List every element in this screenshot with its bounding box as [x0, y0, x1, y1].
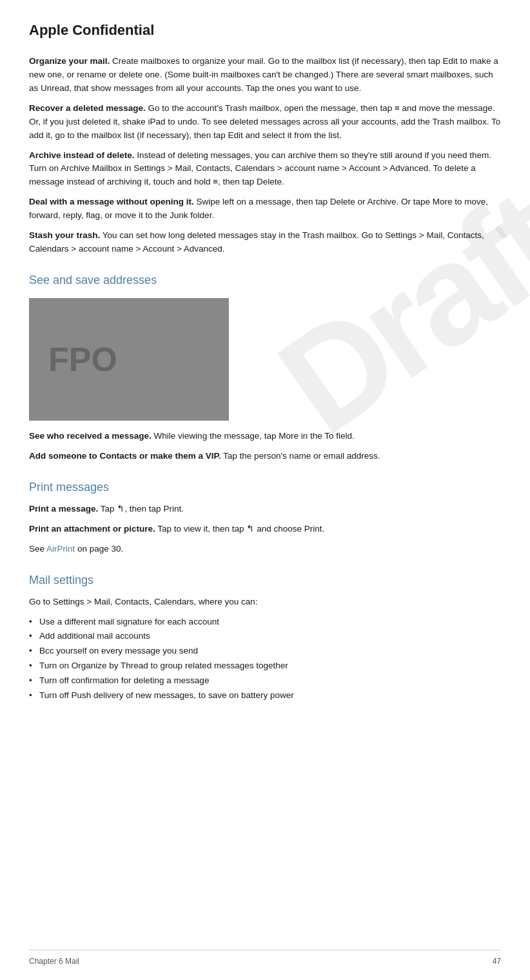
deal-with-message-paragraph: Deal with a message without opening it. … [29, 195, 501, 223]
add-someone-text: Tap the person's name or email address. [221, 451, 380, 461]
add-someone-paragraph: Add someone to Contacts or make them a V… [29, 450, 501, 463]
mail-settings-heading: Mail settings [29, 572, 501, 589]
stash-trash-paragraph: Stash your trash. You can set how long d… [29, 229, 501, 256]
fpo-label: FPO [48, 334, 117, 385]
add-someone-bold: Add someone to Contacts or make them a V… [29, 451, 221, 461]
archive-instead-paragraph: Archive instead of delete. Instead of de… [29, 149, 501, 190]
see-and-save-heading: See and save addresses [29, 272, 501, 289]
list-item: Add additional mail accounts [29, 630, 501, 643]
airprint-suffix: on page 30. [75, 544, 123, 554]
see-who-bold: See who received a message. [29, 431, 152, 441]
list-item: Turn off Push delivery of new messages, … [29, 689, 501, 703]
print-messages-heading: Print messages [29, 479, 501, 496]
list-item: Turn off confirmation for deleting a mes… [29, 674, 501, 688]
organize-mail-paragraph: Organize your mail. Create mailboxes to … [29, 55, 501, 95]
page-title: Apple Confidential [29, 19, 501, 41]
see-who-text: While viewing the message, tap More in t… [152, 431, 355, 441]
organize-mail-bold: Organize your mail. [29, 56, 110, 66]
mail-settings-intro: Go to Settings > Mail, Contacts, Calenda… [29, 595, 501, 609]
recover-deleted-bold: Recover a deleted message. [29, 103, 146, 113]
see-airprint-prefix: See [29, 544, 46, 554]
page-footer: Chapter 6 Mail 47 [29, 950, 501, 967]
airprint-link[interactable]: AirPrint [46, 544, 75, 554]
print-attachment-bold: Print an attachment or picture. [29, 524, 155, 534]
print-message-text: Tap ↰, then tap Print. [98, 504, 184, 514]
archive-instead-bold: Archive instead of delete. [29, 150, 135, 160]
recover-deleted-paragraph: Recover a deleted message. Go to the acc… [29, 102, 501, 143]
footer-page-number: 47 [493, 955, 501, 967]
list-item: Use a different mail signature for each … [29, 615, 501, 629]
mail-settings-list: Use a different mail signature for each … [29, 615, 501, 703]
print-message-paragraph: Print a message. Tap ↰, then tap Print. [29, 503, 501, 516]
see-who-paragraph: See who received a message. While viewin… [29, 430, 501, 443]
print-attachment-text: Tap to view it, then tap ↰ and choose Pr… [155, 524, 324, 534]
print-attachment-paragraph: Print an attachment or picture. Tap to v… [29, 523, 501, 536]
print-message-bold: Print a message. [29, 504, 98, 514]
deal-with-message-bold: Deal with a message without opening it. [29, 197, 194, 206]
list-item: Turn on Organize by Thread to group rela… [29, 659, 501, 673]
list-item: Bcc yourself on every message you send [29, 645, 501, 658]
fpo-image-placeholder: FPO [29, 298, 229, 421]
stash-trash-bold: Stash your trash. [29, 230, 100, 240]
see-airprint-paragraph: See AirPrint on page 30. [29, 543, 501, 556]
footer-chapter: Chapter 6 Mail [29, 955, 79, 967]
